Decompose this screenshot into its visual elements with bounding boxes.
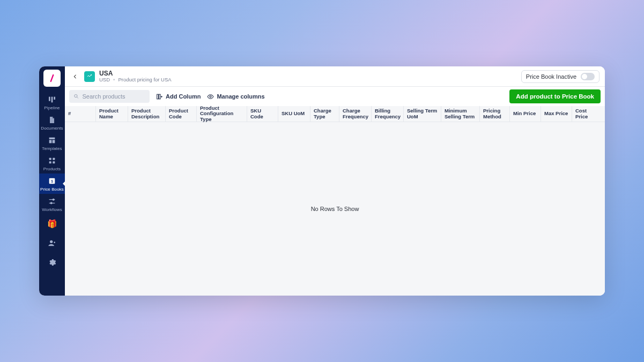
- page-subtitle: Product pricing for USA: [118, 77, 171, 82]
- page-header: USA USD • Product pricing for USA Price …: [65, 66, 605, 87]
- empty-state-text: No Rows To Show: [311, 206, 359, 212]
- svg-rect-6: [49, 158, 51, 160]
- sidebar-item-gift[interactable]: 🎁: [39, 214, 65, 233]
- template-icon: [48, 136, 56, 145]
- add-column-button[interactable]: Add Column: [156, 93, 201, 100]
- svg-rect-3: [49, 138, 55, 139]
- page-title: USA: [99, 70, 113, 77]
- column-header[interactable]: Min Price: [510, 106, 541, 122]
- sidebar-item-settings[interactable]: [39, 253, 65, 272]
- svg-rect-4: [49, 140, 52, 143]
- svg-rect-18: [159, 94, 160, 99]
- column-header[interactable]: Pricing Method: [480, 106, 510, 122]
- back-button[interactable]: [70, 72, 80, 81]
- search-box[interactable]: [69, 90, 150, 103]
- column-header[interactable]: Cost Price: [572, 106, 599, 122]
- manage-columns-button[interactable]: Manage columns: [207, 93, 264, 100]
- sidebar-item-documents[interactable]: Documents: [39, 112, 65, 133]
- toggle-switch[interactable]: [581, 73, 595, 80]
- svg-point-12: [53, 199, 54, 200]
- title-block: USA USD • Product pricing for USA: [99, 70, 172, 83]
- svg-rect-7: [53, 158, 55, 160]
- app-window: Pipeline Documents Templates Products $ …: [39, 66, 605, 296]
- column-header[interactable]: #: [65, 106, 96, 122]
- sidebar: Pipeline Documents Templates Products $ …: [39, 66, 65, 296]
- sidebar-label: Products: [43, 167, 61, 171]
- column-header[interactable]: Charge Frequency: [339, 106, 372, 122]
- main-area: USA USD • Product pricing for USA Price …: [65, 66, 605, 296]
- add-product-button[interactable]: Add product to Price Book: [509, 89, 601, 103]
- svg-rect-5: [53, 140, 55, 143]
- column-header[interactable]: Product Name: [96, 106, 128, 122]
- sidebar-item-price-books[interactable]: $ Price Books: [39, 174, 65, 194]
- sidebar-item-workflows[interactable]: Workflows: [39, 194, 65, 214]
- currency-code: USD: [99, 77, 110, 82]
- sidebar-item-templates[interactable]: Templates: [39, 133, 65, 153]
- gear-icon: [48, 258, 56, 267]
- grid-icon: [48, 156, 56, 165]
- data-table: #Product NameProduct DescriptionProduct …: [65, 106, 605, 296]
- svg-rect-9: [53, 161, 55, 163]
- table-header-row: #Product NameProduct DescriptionProduct …: [65, 106, 605, 122]
- svg-rect-8: [49, 161, 51, 163]
- eye-icon: [207, 93, 214, 100]
- board-icon: [48, 95, 56, 104]
- user-plus-icon: [48, 239, 56, 247]
- price-book-badge-icon: [84, 71, 95, 82]
- svg-point-13: [50, 202, 52, 204]
- column-header[interactable]: SKU UoM: [278, 106, 310, 122]
- document-icon: [48, 116, 56, 124]
- svg-text:$: $: [51, 179, 53, 184]
- toolbar: Add Column Manage columns Add product to…: [65, 87, 605, 106]
- separator-dot: •: [113, 77, 115, 82]
- column-header[interactable]: Billing Frequency: [372, 106, 404, 122]
- search-icon: [73, 93, 79, 100]
- sidebar-label: Documents: [41, 126, 63, 131]
- svg-rect-17: [157, 94, 159, 99]
- slash-icon: [47, 73, 57, 83]
- column-header[interactable]: Product Description: [128, 106, 166, 122]
- status-label: Price Book Inactive: [526, 73, 576, 80]
- sidebar-label: Workflows: [42, 207, 62, 212]
- svg-point-15: [91, 74, 92, 76]
- sliders-icon: [48, 197, 56, 206]
- price-book-status-toggle[interactable]: Price Book Inactive: [521, 70, 599, 83]
- gift-icon: 🎁: [48, 220, 56, 228]
- sidebar-label: Price Books: [40, 187, 64, 192]
- add-column-icon: [156, 93, 163, 100]
- sidebar-label: Templates: [42, 146, 62, 151]
- manage-columns-label: Manage columns: [217, 93, 264, 100]
- column-header[interactable]: Selling Term UoM: [404, 106, 441, 122]
- svg-point-19: [210, 95, 211, 97]
- column-header[interactable]: Charge Type: [310, 106, 339, 122]
- svg-point-16: [75, 94, 77, 97]
- price-book-icon: $: [48, 177, 56, 185]
- column-header[interactable]: Max Price: [541, 106, 572, 122]
- sidebar-item-products[interactable]: Products: [39, 153, 65, 174]
- sidebar-label: Pipeline: [44, 105, 60, 110]
- column-header[interactable]: SKU Code: [247, 106, 278, 122]
- add-column-label: Add Column: [166, 93, 201, 100]
- svg-rect-2: [54, 97, 55, 100]
- app-logo[interactable]: [43, 70, 61, 87]
- sidebar-item-user[interactable]: [39, 233, 65, 253]
- search-input[interactable]: [83, 93, 145, 100]
- svg-rect-0: [49, 97, 50, 101]
- chevron-left-icon: [72, 74, 78, 79]
- column-header[interactable]: Product Code: [166, 106, 197, 122]
- svg-rect-1: [51, 97, 53, 103]
- sidebar-item-pipeline[interactable]: Pipeline: [39, 92, 65, 112]
- table-body: No Rows To Show: [65, 122, 605, 296]
- column-header[interactable]: Minimum Selling Term: [441, 106, 480, 122]
- column-header[interactable]: Product Configuration Type: [197, 106, 247, 122]
- svg-point-14: [50, 240, 53, 243]
